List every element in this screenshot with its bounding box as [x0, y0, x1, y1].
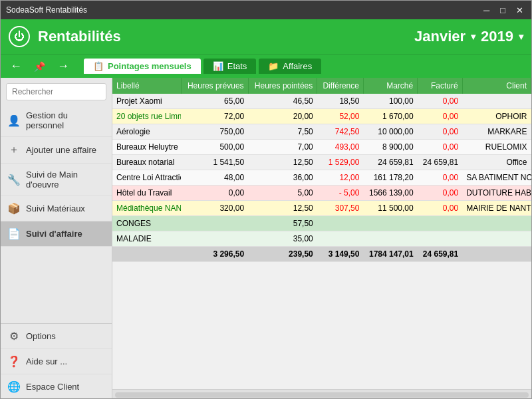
- year-label: 2019: [481, 28, 513, 45]
- title-bar: SodeaSoft Rentabilités ─ □ ✕: [1, 1, 531, 19]
- year-dropdown-arrow[interactable]: ▾: [519, 31, 523, 42]
- table-cell: [181, 231, 248, 247]
- col-libelle: Libellé: [112, 78, 181, 94]
- table-cell: 1 541,50: [181, 155, 248, 170]
- table-cell: 36,00: [248, 170, 317, 186]
- table-cell: 24 659,81: [363, 155, 417, 170]
- table-cell: 10 000,00: [363, 124, 417, 140]
- table-cell: Aérologie: [112, 124, 181, 140]
- scrollbar-track[interactable]: [115, 392, 529, 398]
- table-cell: 18,50: [317, 94, 364, 109]
- table-cell: Projet Xaomi: [112, 94, 181, 109]
- window-controls: ─ □ ✕: [481, 5, 526, 15]
- table-cell: [363, 216, 417, 231]
- sidebar-item-options[interactable]: ⚙ Options: [1, 324, 112, 349]
- table-row: Centre Loi Attraction48,0036,0012,00161 …: [112, 170, 531, 186]
- main-layout: 👤 Gestion du personnel ＋ Ajouter une aff…: [1, 78, 531, 399]
- month-dropdown-arrow[interactable]: ▾: [471, 31, 475, 42]
- back-button[interactable]: ←: [7, 59, 25, 73]
- table-cell: 0,00: [418, 94, 463, 109]
- app-title-label: Rentabilités: [38, 28, 414, 45]
- doc-icon: 📄: [7, 227, 21, 240]
- table-cell: 0,00: [418, 140, 463, 155]
- table-wrapper: Libellé Heures prévues Heures pointées D…: [112, 78, 531, 389]
- table-cell: [317, 231, 364, 247]
- table-cell: Hôtel du Travail: [112, 186, 181, 201]
- wrench-icon: 🔧: [7, 174, 21, 186]
- table-cell: [181, 216, 248, 231]
- globe-icon: 🌐: [7, 380, 21, 393]
- help-icon: ❓: [7, 355, 21, 368]
- sidebar-item-materiaux[interactable]: 📦 Suivi Matériaux: [1, 196, 112, 221]
- close-button[interactable]: ✕: [513, 5, 526, 15]
- table-cell: Médiathèque NANTES: [112, 201, 181, 216]
- table-footer-cell: 239,50: [248, 247, 317, 262]
- table-cell: 307,50: [317, 201, 364, 216]
- table-cell: 48,00: [181, 170, 248, 186]
- app-header: ⏻ Rentabilités Janvier ▾ 2019 ▾: [1, 19, 531, 54]
- sidebar-item-suivi-affaire[interactable]: 📄 Suivi d'affaire: [1, 221, 112, 247]
- box-icon: 📦: [7, 202, 21, 215]
- affaires-tab-icon: 📁: [268, 61, 279, 71]
- table-row: CONGES57,50: [112, 216, 531, 231]
- person-icon: 👤: [7, 114, 21, 127]
- table-footer-cell: 3 149,50: [317, 247, 364, 262]
- table-footer-cell: 24 659,81: [418, 247, 463, 262]
- table-cell: 12,00: [317, 170, 364, 186]
- table-cell: 11 500,00: [363, 201, 417, 216]
- sidebar-item-ajouter[interactable]: ＋ Ajouter une affaire: [1, 137, 112, 164]
- sidebar: 👤 Gestion du personnel ＋ Ajouter une aff…: [1, 78, 112, 399]
- pin-button[interactable]: 📌: [31, 61, 48, 72]
- tab-bar: 📋 Pointages mensuels 📊 Etats 📁 Affaires: [84, 59, 321, 74]
- col-h-prev: Heures prévues: [181, 78, 248, 94]
- sidebar-item-aide[interactable]: ❓ Aide sur ...: [1, 349, 112, 374]
- tab-affaires[interactable]: 📁 Affaires: [259, 59, 321, 74]
- maximize-button[interactable]: □: [497, 5, 508, 15]
- power-button[interactable]: ⏻: [9, 26, 30, 47]
- sidebar-label-main-oeuvre: Suivi de Main d'oeuvre: [26, 170, 105, 190]
- affaires-tab-label: Affaires: [283, 61, 312, 71]
- col-diff: Différence: [317, 78, 364, 94]
- table-footer-cell: 3 296,50: [181, 247, 248, 262]
- pointages-tab-icon: 📋: [93, 61, 104, 71]
- table-footer-row: 3 296,50239,503 149,501784 147,0124 659,…: [112, 247, 531, 262]
- table-cell: [462, 216, 531, 231]
- table-cell: 57,50: [248, 216, 317, 231]
- table-cell: 7,00: [248, 140, 317, 155]
- table-row: Projet Xaomi65,0046,5018,50100,000,00: [112, 94, 531, 109]
- table-cell: OPHOIR: [462, 109, 531, 124]
- table-cell: Bureaux Heluytre: [112, 140, 181, 155]
- table-row: Hôtel du Travail0,005,00- 5,001566 139,0…: [112, 186, 531, 201]
- table-cell: 5,00: [248, 186, 317, 201]
- bottom-scrollbar[interactable]: [112, 389, 531, 399]
- table-cell: 7,50: [248, 124, 317, 140]
- table-cell: [462, 231, 531, 247]
- table-cell: - 5,00: [317, 186, 364, 201]
- table-cell: 500,00: [181, 140, 248, 155]
- sidebar-item-gestion[interactable]: 👤 Gestion du personnel: [1, 104, 112, 137]
- tab-pointages[interactable]: 📋 Pointages mensuels: [84, 59, 201, 74]
- table-cell: 100,00: [363, 94, 417, 109]
- col-client: Client: [462, 78, 531, 94]
- table-footer-cell: 1784 147,01: [363, 247, 417, 262]
- table-cell: 0,00: [418, 109, 463, 124]
- table-cell: 742,50: [317, 124, 364, 140]
- table-cell: 8 900,00: [363, 140, 417, 155]
- sidebar-item-espace-client[interactable]: 🌐 Espace Client: [1, 374, 112, 399]
- sidebar-label-suivi-affaire: Suivi d'affaire: [26, 229, 82, 239]
- table-cell: SA BATIMENT NORD ES: [462, 170, 531, 186]
- table-cell: 46,50: [248, 94, 317, 109]
- table-cell: 12,50: [248, 201, 317, 216]
- table-row: 20 objets rue Limmo72,0020,0052,001 670,…: [112, 109, 531, 124]
- table-cell: 65,00: [181, 94, 248, 109]
- search-input[interactable]: [6, 83, 106, 100]
- etats-tab-label: Etats: [227, 61, 247, 71]
- data-table: Libellé Heures prévues Heures pointées D…: [112, 78, 531, 262]
- sidebar-label-ajouter: Ajouter une affaire: [26, 145, 96, 155]
- sidebar-item-main-oeuvre[interactable]: 🔧 Suivi de Main d'oeuvre: [1, 164, 112, 196]
- col-marche: Marché: [363, 78, 417, 94]
- forward-button[interactable]: →: [55, 59, 72, 73]
- tab-etats[interactable]: 📊 Etats: [203, 59, 257, 74]
- minimize-button[interactable]: ─: [481, 5, 492, 15]
- table-cell: 1566 139,00: [363, 186, 417, 201]
